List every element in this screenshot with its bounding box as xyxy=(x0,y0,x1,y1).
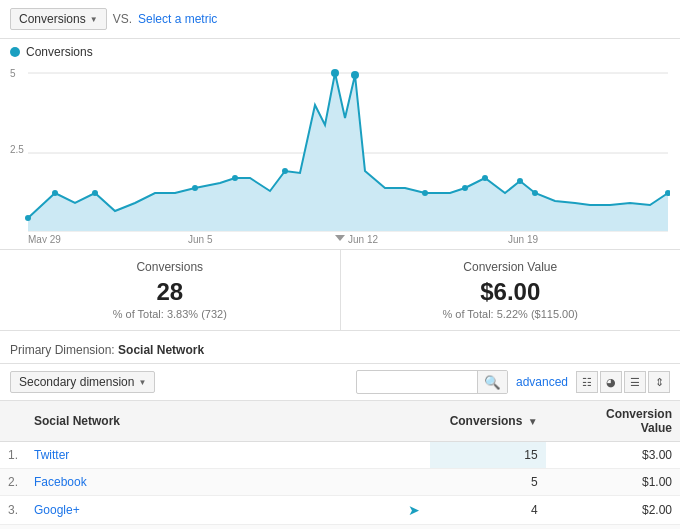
toolbar: Secondary dimension ▼ 🔍 advanced ☷ ◕ ☰ ⇕ xyxy=(0,364,680,401)
row-sort xyxy=(546,496,565,525)
y-label-5: 5 xyxy=(10,68,16,79)
chart-dot xyxy=(25,215,31,221)
chart-dot xyxy=(232,175,238,181)
chart-dot xyxy=(52,190,58,196)
advanced-link[interactable]: advanced xyxy=(516,375,568,389)
secondary-dim-label: Secondary dimension xyxy=(19,375,134,389)
chart-dot xyxy=(282,168,288,174)
row-sort xyxy=(546,469,565,496)
search-box-wrap: 🔍 xyxy=(356,370,508,394)
chart-dot xyxy=(92,190,98,196)
bar-view-button[interactable]: ☰ xyxy=(624,371,646,393)
chevron-down-icon: ▼ xyxy=(138,378,146,387)
chart-dot xyxy=(532,190,538,196)
grid-view-button[interactable]: ☷ xyxy=(576,371,598,393)
chart-dot xyxy=(192,185,198,191)
conversions-stat: Conversions 28 % of Total: 3.83% (732) xyxy=(0,250,341,330)
col-sort-header xyxy=(546,401,565,442)
compare-view-button[interactable]: ⇕ xyxy=(648,371,670,393)
row-sort xyxy=(546,442,565,469)
chart-legend: Conversions xyxy=(10,45,670,59)
header-bar: Conversions ▼ VS. Select a metric xyxy=(0,0,680,39)
chart-collapse-btn[interactable] xyxy=(330,233,350,243)
chart-dot xyxy=(482,175,488,181)
secondary-dimension-dropdown[interactable]: Secondary dimension ▼ xyxy=(10,371,155,393)
col-network-header: Social Network xyxy=(26,401,400,442)
primary-dimension-value: Social Network xyxy=(118,343,204,357)
chart-dot xyxy=(517,178,523,184)
chart-container: Conversions 5 2.5 May 29 Jun 5 Jun 12 Ju… xyxy=(0,39,680,243)
row-actions: ➤ xyxy=(400,496,430,525)
conversion-value-stat: Conversion Value $6.00 % of Total: 5.22%… xyxy=(341,250,681,330)
row-index: 4. xyxy=(0,525,26,530)
conversion-value-stat-value: $6.00 xyxy=(341,278,681,306)
search-input[interactable] xyxy=(357,373,477,391)
x-label-jun12: Jun 12 xyxy=(348,234,378,243)
pie-view-button[interactable]: ◕ xyxy=(600,371,622,393)
row-sort xyxy=(546,525,565,530)
legend-label: Conversions xyxy=(26,45,93,59)
table-body: 1. Twitter 15 $3.00 2. Facebook 5 $1.00 … xyxy=(0,442,680,530)
row-index: 2. xyxy=(0,469,26,496)
table-row: 1. Twitter 15 $3.00 xyxy=(0,442,680,469)
row-actions xyxy=(400,442,430,469)
select-metric-link[interactable]: Select a metric xyxy=(138,12,217,26)
row-conversions: 15 xyxy=(430,442,546,469)
chart-dot-peak2 xyxy=(351,71,359,79)
stats-bar: Conversions 28 % of Total: 3.83% (732) C… xyxy=(0,249,680,331)
table-row: 4. Squidoo 3 $0.00 xyxy=(0,525,680,530)
chart-dot-peak xyxy=(331,69,339,77)
search-button[interactable]: 🔍 xyxy=(477,371,507,393)
table-header-row: Social Network Conversions ▼ Conversion … xyxy=(0,401,680,442)
row-value: $3.00 xyxy=(565,442,680,469)
external-link-icon[interactable]: ➤ xyxy=(408,502,420,518)
x-label-jun19: Jun 19 xyxy=(508,234,538,243)
col-value-header: Conversion Value xyxy=(565,401,680,442)
row-conversions: 3 xyxy=(430,525,546,530)
y-label-2-5: 2.5 xyxy=(10,144,24,155)
conversions-stat-subtitle: % of Total: 3.83% (732) xyxy=(0,308,340,320)
row-network[interactable]: Twitter xyxy=(26,442,400,469)
chart-svg: 5 2.5 May 29 Jun 5 Jun 12 Jun 19 xyxy=(10,63,670,243)
chevron-down-icon: ▼ xyxy=(90,15,98,24)
primary-dimension-prefix: Primary Dimension: xyxy=(10,343,115,357)
view-icons: ☷ ◕ ☰ ⇕ xyxy=(576,371,670,393)
chart-dot xyxy=(422,190,428,196)
row-conversions: 4 xyxy=(430,496,546,525)
row-network[interactable]: Squidoo xyxy=(26,525,400,530)
legend-dot-icon xyxy=(10,47,20,57)
table-row: 3. Google+ ➤ 4 $2.00 xyxy=(0,496,680,525)
row-value: $1.00 xyxy=(565,469,680,496)
x-label-may29: May 29 xyxy=(28,234,61,243)
sort-arrow-icon: ▼ xyxy=(528,416,538,427)
col-index-header xyxy=(0,401,26,442)
chart-area: 5 2.5 May 29 Jun 5 Jun 12 Jun 19 xyxy=(10,63,670,243)
vs-label: VS. xyxy=(113,12,132,26)
x-label-jun5: Jun 5 xyxy=(188,234,213,243)
conversions-stat-title: Conversions xyxy=(0,260,340,274)
metric-label: Conversions xyxy=(19,12,86,26)
row-actions xyxy=(400,469,430,496)
row-actions xyxy=(400,525,430,530)
row-network[interactable]: Google+ xyxy=(26,496,400,525)
data-table: Social Network Conversions ▼ Conversion … xyxy=(0,401,680,529)
row-index: 1. xyxy=(0,442,26,469)
metric-dropdown[interactable]: Conversions ▼ xyxy=(10,8,107,30)
primary-dimension-bar: Primary Dimension: Social Network xyxy=(0,337,680,364)
row-value: $0.00 xyxy=(565,525,680,530)
col-actions-header xyxy=(400,401,430,442)
chart-dot xyxy=(462,185,468,191)
row-network[interactable]: Facebook xyxy=(26,469,400,496)
table-row: 2. Facebook 5 $1.00 xyxy=(0,469,680,496)
col-conversions-header[interactable]: Conversions ▼ xyxy=(430,401,546,442)
row-conversions: 5 xyxy=(430,469,546,496)
conversions-stat-value: 28 xyxy=(0,278,340,306)
conversion-value-stat-subtitle: % of Total: 5.22% ($115.00) xyxy=(341,308,681,320)
conversion-value-stat-title: Conversion Value xyxy=(341,260,681,274)
row-value: $2.00 xyxy=(565,496,680,525)
row-index: 3. xyxy=(0,496,26,525)
